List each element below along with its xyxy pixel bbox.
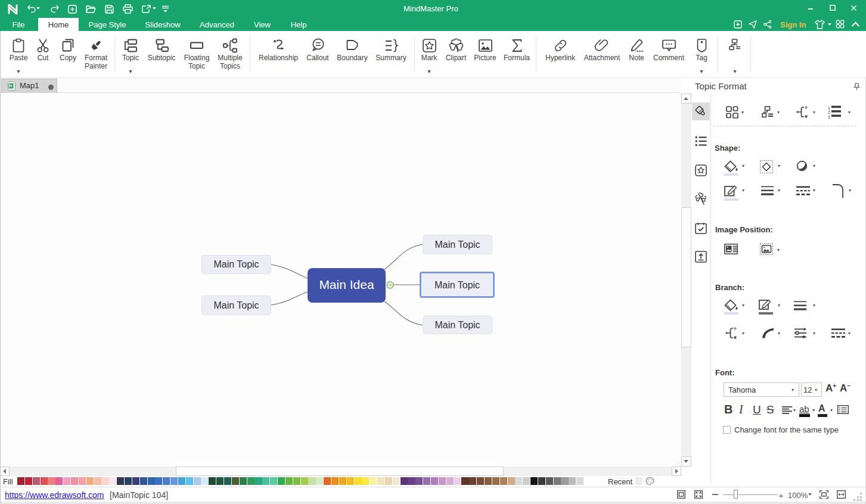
svg-text:1: 1: [828, 106, 830, 110]
svg-text:2: 2: [828, 110, 830, 114]
svg-text:3: 3: [828, 115, 830, 119]
